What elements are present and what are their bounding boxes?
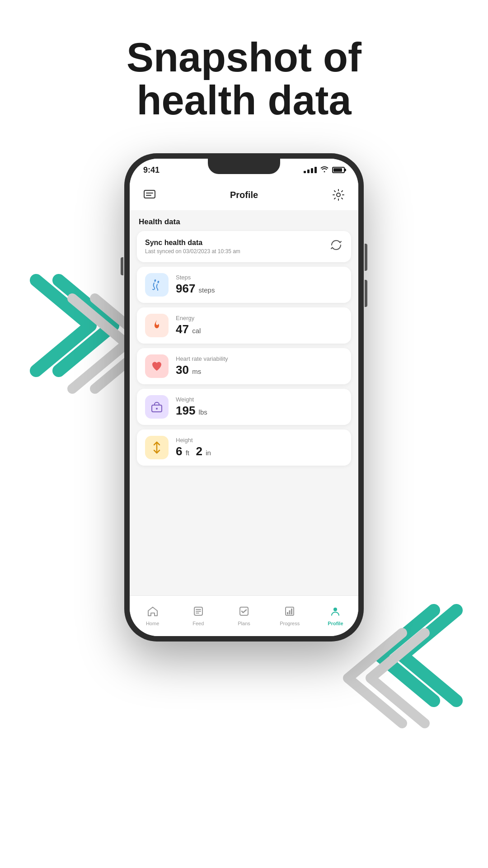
screen-title: Profile — [230, 190, 258, 200]
sync-refresh-icon[interactable] — [329, 238, 343, 255]
height-icon-bg — [145, 436, 169, 459]
steps-info: Steps 967 steps — [176, 274, 215, 296]
power-button — [365, 244, 367, 271]
steps-label: Steps — [176, 274, 215, 281]
headline-line1: Snapshot of — [127, 35, 361, 80]
status-time: 9:41 — [143, 165, 160, 175]
height-card[interactable]: Height 6 ft 2 in — [137, 429, 351, 466]
weight-info: Weight 195 lbs — [176, 396, 207, 418]
hrv-info: Heart rate variability 30 ms — [176, 355, 228, 377]
height-ft-unit: ft — [186, 449, 189, 457]
headline-line2: health data — [136, 78, 351, 123]
sync-subtitle: Last synced on 03/02/2023 at 10:35 am — [145, 248, 240, 255]
weight-unit: lbs — [199, 408, 207, 416]
wifi-icon — [320, 166, 328, 174]
nav-plans[interactable]: Plans — [221, 606, 267, 626]
svg-rect-0 — [144, 190, 155, 198]
progress-icon — [285, 606, 295, 619]
sync-info: Sync health data Last synced on 03/02/20… — [145, 239, 240, 255]
weight-icon-bg — [145, 395, 169, 419]
phone-mockup: 9:41 — [124, 153, 364, 642]
volume-button — [121, 257, 123, 275]
nav-progress[interactable]: Progress — [267, 606, 313, 626]
svg-point-3 — [337, 193, 340, 197]
svg-rect-14 — [289, 610, 291, 614]
nav-profile[interactable]: Profile — [313, 606, 358, 626]
nav-home-label: Home — [146, 621, 159, 626]
nav-progress-label: Progress — [280, 621, 300, 626]
height-label: Height — [176, 437, 211, 443]
status-icons — [304, 166, 345, 174]
messages-icon[interactable] — [141, 186, 159, 204]
sync-card[interactable]: Sync health data Last synced on 03/02/20… — [137, 231, 351, 262]
energy-info: Energy 47 cal — [176, 315, 201, 336]
plans-icon — [239, 606, 249, 619]
feed-icon — [193, 606, 203, 619]
battery-icon — [332, 167, 345, 173]
height-value: 6 ft 2 in — [176, 444, 211, 458]
phone-screen: 9:41 — [130, 159, 358, 636]
app-header: Profile — [130, 181, 358, 210]
weight-value: 195 lbs — [176, 404, 207, 418]
phone-frame: 9:41 — [124, 153, 364, 642]
height-in-unit: in — [206, 449, 211, 457]
energy-value: 47 cal — [176, 322, 201, 336]
nav-profile-label: Profile — [328, 621, 343, 626]
weight-label: Weight — [176, 396, 207, 403]
svg-point-16 — [333, 608, 337, 611]
signal-icon — [304, 167, 317, 173]
svg-rect-13 — [287, 612, 288, 614]
settings-icon[interactable] — [329, 186, 347, 204]
steps-icon-bg — [145, 273, 169, 297]
nav-feed-label: Feed — [192, 621, 204, 626]
energy-icon-bg — [145, 314, 169, 337]
svg-rect-15 — [291, 609, 292, 614]
weight-card[interactable]: Weight 195 lbs — [137, 389, 351, 425]
hrv-label: Heart rate variability — [176, 355, 228, 362]
energy-label: Energy — [176, 315, 201, 321]
steps-card[interactable]: Steps 967 steps — [137, 267, 351, 303]
energy-unit: cal — [192, 327, 201, 335]
hrv-icon-bg — [145, 354, 169, 378]
hrv-card[interactable]: Heart rate variability 30 ms — [137, 348, 351, 384]
steps-unit: steps — [199, 286, 215, 294]
health-section-title: Health data — [139, 217, 349, 226]
height-info: Height 6 ft 2 in — [176, 437, 211, 458]
nav-home[interactable]: Home — [130, 606, 175, 626]
bottom-navigation: Home Feed — [130, 595, 358, 636]
profile-icon — [330, 606, 340, 619]
sync-title: Sync health data — [145, 239, 240, 247]
power-button-2 — [365, 280, 367, 307]
energy-card[interactable]: Energy 47 cal — [137, 307, 351, 344]
page-headline: Snapshot of health data — [99, 36, 389, 122]
main-content: Health data Sync health data Last synced… — [130, 210, 358, 595]
phone-notch — [208, 159, 280, 174]
hrv-unit: ms — [192, 368, 201, 375]
nav-feed[interactable]: Feed — [175, 606, 221, 626]
steps-value: 967 steps — [176, 282, 215, 296]
hrv-value: 30 ms — [176, 363, 228, 377]
home-icon — [147, 606, 158, 619]
svg-point-5 — [156, 408, 158, 410]
nav-plans-label: Plans — [238, 621, 250, 626]
page-content: Snapshot of health data 9:41 — [0, 0, 488, 642]
